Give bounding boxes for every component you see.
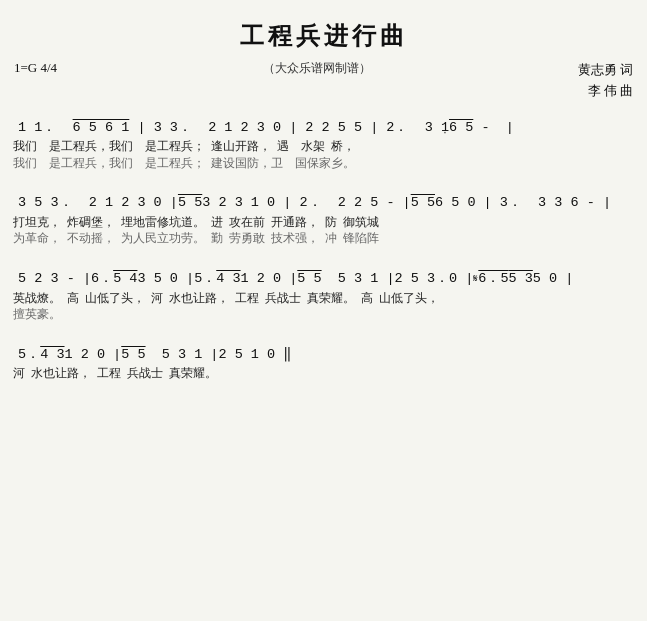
- lyric-row-3a: 英战燎。 高 山低了头， 河 水也让路， 工程 兵战士 真荣耀。 高 山低了头，: [10, 290, 637, 307]
- author2: 李 伟 曲: [578, 81, 633, 102]
- section-3: 5 2 3 - |6．5 43 5 0 |5．4 31 2 0 |5 5 5 3…: [10, 269, 637, 323]
- section-2: 3 5 3． 2 1 2 3 0 |5 53 2 3 1 0 | 2． 2 2 …: [10, 193, 637, 247]
- author1: 黄志勇 词: [578, 60, 633, 81]
- song-title: 工程兵进行曲: [10, 20, 637, 52]
- notation-row-2: 3 5 3． 2 1 2 3 0 |5 53 2 3 1 0 | 2． 2 2 …: [10, 193, 637, 213]
- title-area: 工程兵进行曲: [10, 20, 637, 52]
- authors: 黄志勇 词 李 伟 曲: [578, 60, 633, 102]
- notation-row-1: 1 1． 6 5 6 1 | 3 3． 2 1 2 3 0 | 2 2 5 5 …: [10, 118, 637, 138]
- page: 工程兵进行曲 1=G 4/4 （大众乐谱网制谱） 黄志勇 词 李 伟 曲 1 1…: [10, 20, 637, 382]
- notation-row-3: 5 2 3 - |6．5 43 5 0 |5．4 31 2 0 |5 5 5 3…: [10, 269, 637, 289]
- lyric-row-4a: 河 水也让路， 工程 兵战士 真荣耀。: [10, 365, 637, 382]
- lyric-row-2b: 为革命， 不动摇， 为人民立功劳。 勤 劳勇敢 技术强， 冲 锋陷阵: [10, 230, 637, 247]
- key-time: 1=G 4/4: [14, 60, 57, 76]
- section-4: 5．4 31 2 0 |5 5 5 3 1 |2 5 1 0 ‖ 河 水也让路，…: [10, 345, 637, 382]
- subtitle: （大众乐谱网制谱）: [57, 60, 578, 77]
- lyric-row-1b: 我们 是工程兵，我们 是工程兵； 建设国防，卫 国保家乡。: [10, 155, 637, 172]
- section-1: 1 1． 6 5 6 1 | 3 3． 2 1 2 3 0 | 2 2 5 5 …: [10, 118, 637, 172]
- meta-row: 1=G 4/4 （大众乐谱网制谱） 黄志勇 词 李 伟 曲: [10, 60, 637, 102]
- lyric-row-1a: 我们 是工程兵，我们 是工程兵； 逢山开路， 遇 水架 桥，: [10, 138, 637, 155]
- lyric-row-3b: 擅英豪。: [10, 306, 637, 323]
- lyric-row-2a: 打坦克， 炸碉堡， 埋地雷修坑道。 进 攻在前 开通路， 防 御筑城: [10, 214, 637, 231]
- notation-row-4: 5．4 31 2 0 |5 5 5 3 1 |2 5 1 0 ‖: [10, 345, 637, 365]
